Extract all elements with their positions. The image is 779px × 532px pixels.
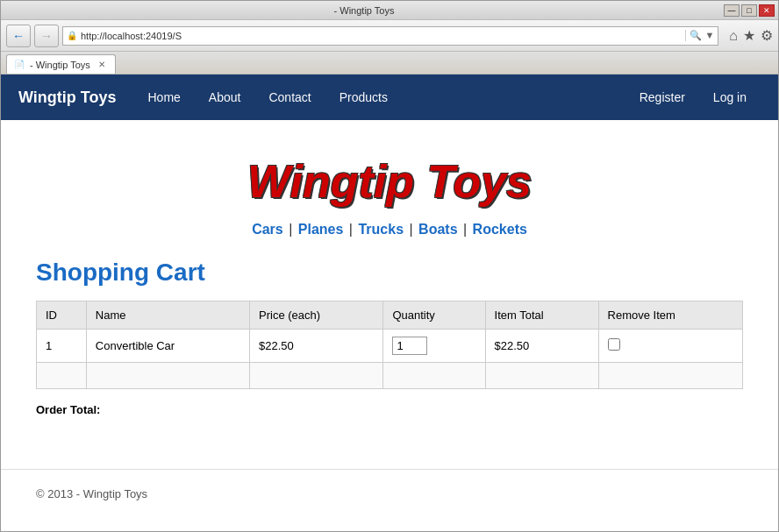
row-item-total: $22.50	[485, 330, 598, 363]
sep-3: |	[409, 222, 412, 237]
active-tab[interactable]: 📄 - Wingtip Toys ✕	[6, 54, 116, 74]
col-id: ID	[37, 301, 87, 330]
nav-contact[interactable]: Contact	[254, 74, 325, 120]
nav-login[interactable]: Log in	[699, 74, 761, 120]
row-quantity[interactable]	[383, 330, 485, 363]
forward-button[interactable]: →	[34, 25, 59, 47]
col-name: Name	[86, 301, 249, 330]
maximize-button[interactable]: □	[741, 4, 757, 17]
search-box[interactable]: 🔍 ▼	[685, 30, 714, 41]
home-icon[interactable]: ⌂	[729, 28, 738, 44]
address-text: http://localhost:24019/S	[81, 31, 683, 41]
nav-home[interactable]: Home	[134, 74, 195, 120]
row-price: $22.50	[250, 330, 383, 363]
col-remove: Remove Item	[598, 301, 742, 330]
remove-checkbox[interactable]	[608, 338, 620, 351]
category-cars[interactable]: Cars	[252, 222, 283, 237]
row-remove[interactable]	[598, 330, 742, 363]
category-trucks[interactable]: Trucks	[358, 222, 404, 237]
category-links: Cars | Planes | Trucks | Boats | Rockets	[36, 222, 743, 238]
title-bar-buttons: — □ ✕	[724, 4, 775, 17]
empty-col-2	[86, 363, 249, 389]
order-total-label: Order Total:	[36, 403, 100, 416]
row-name: Convertible Car	[86, 330, 249, 363]
row-id: 1	[37, 330, 87, 363]
favorites-icon[interactable]: ★	[743, 27, 755, 44]
nav-register[interactable]: Register	[625, 74, 699, 120]
tab-close-button[interactable]: ✕	[96, 59, 108, 71]
col-quantity: Quantity	[383, 301, 485, 330]
nav-links: Home About Contact Products	[134, 74, 625, 120]
table-row: 1 Convertible Car $22.50 $22.50	[37, 330, 743, 363]
empty-col-1	[37, 363, 87, 389]
sep-2: |	[349, 222, 353, 237]
empty-row	[37, 363, 743, 389]
site-nav: Wingtip Toys Home About Contact Products…	[1, 74, 778, 120]
tab-favicon: 📄	[14, 60, 25, 69]
cart-title: Shopping Cart	[36, 259, 743, 287]
cart-table: ID Name Price (each) Quantity Item Total…	[36, 301, 743, 389]
title-bar-title: - Wingtip Toys	[4, 5, 724, 16]
footer-text: © 2013 - Wingtip Toys	[36, 487, 147, 500]
empty-col-6	[598, 363, 742, 389]
site-footer: © 2013 - Wingtip Toys	[1, 469, 778, 518]
address-bar[interactable]: 🔒 http://localhost:24019/S 🔍 ▼	[62, 26, 718, 46]
category-boats[interactable]: Boats	[418, 222, 457, 237]
table-header-row: ID Name Price (each) Quantity Item Total…	[37, 301, 743, 330]
sep-4: |	[463, 222, 467, 237]
category-planes[interactable]: Planes	[298, 222, 344, 237]
address-icon: 🔒	[67, 31, 77, 40]
nav-about[interactable]: About	[195, 74, 255, 120]
tab-title: - Wingtip Toys	[30, 60, 90, 70]
empty-col-5	[485, 363, 598, 389]
title-bar: - Wingtip Toys — □ ✕	[1, 1, 778, 20]
tab-bar: 📄 - Wingtip Toys ✕	[1, 52, 778, 74]
site-title: Wingtip Toys	[36, 155, 743, 208]
main-content: Wingtip Toys Cars | Planes | Trucks | Bo…	[1, 120, 778, 434]
nav-products[interactable]: Products	[325, 74, 402, 120]
toolbar: ← → 🔒 http://localhost:24019/S 🔍 ▼ ⌂ ★ ⚙	[1, 20, 778, 52]
sep-1: |	[289, 222, 292, 237]
quantity-input[interactable]	[392, 337, 427, 355]
page-content: Wingtip Toys Home About Contact Products…	[1, 74, 778, 531]
order-total-row: Order Total:	[36, 403, 743, 416]
category-rockets[interactable]: Rockets	[473, 222, 527, 237]
col-price: Price (each)	[250, 301, 383, 330]
empty-col-3	[250, 363, 383, 389]
browser-window: - Wingtip Toys — □ ✕ ← → 🔒 http://localh…	[0, 0, 779, 532]
empty-col-4	[383, 363, 485, 389]
back-button[interactable]: ←	[6, 25, 31, 47]
col-item-total: Item Total	[485, 301, 598, 330]
site-brand-link[interactable]: Wingtip Toys	[18, 89, 117, 107]
nav-right: Register Log in	[625, 74, 761, 120]
close-button[interactable]: ✕	[759, 4, 775, 17]
browser-actions: ⌂ ★ ⚙	[729, 27, 773, 44]
minimize-button[interactable]: —	[724, 4, 740, 17]
settings-icon[interactable]: ⚙	[761, 27, 773, 44]
